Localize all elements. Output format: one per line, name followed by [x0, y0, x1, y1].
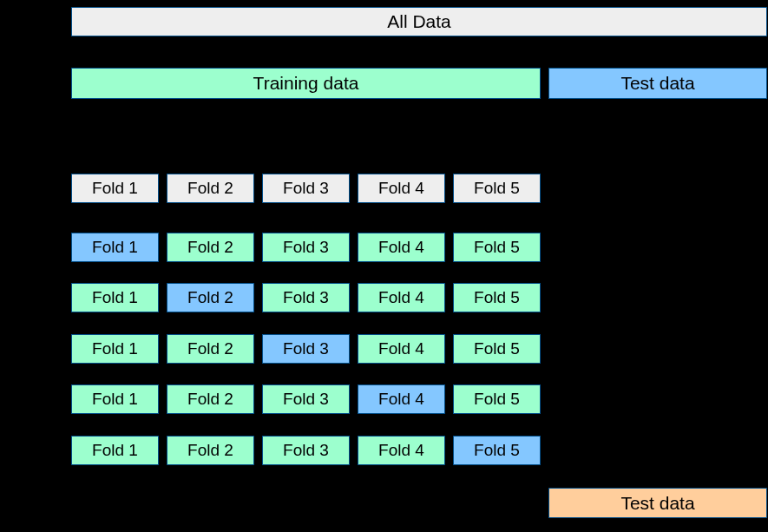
split-row: Fold 1 Fold 2 Fold 3 Fold 4 Fold 5	[71, 233, 541, 262]
fold-cell-train: Fold 3	[262, 384, 350, 414]
fold-header-cell: Fold 5	[453, 174, 541, 203]
fold-cell-train: Fold 3	[262, 233, 350, 262]
split-row: Fold 1 Fold 2 Fold 3 Fold 4 Fold 5	[71, 384, 541, 414]
fold-cell-train: Fold 2	[167, 233, 254, 262]
fold-cell-train: Fold 1	[71, 436, 159, 465]
split-row: Fold 1 Fold 2 Fold 3 Fold 4 Fold 5	[71, 334, 541, 364]
fold-header-cell: Fold 3	[262, 174, 350, 203]
fold-header-cell: Fold 2	[167, 174, 254, 203]
fold-cell-train: Fold 5	[453, 283, 541, 312]
fold-cell-train: Fold 3	[262, 283, 350, 312]
fold-cell-validation: Fold 5	[453, 436, 541, 465]
fold-cell-train: Fold 5	[453, 233, 541, 262]
fold-cell-validation: Fold 2	[167, 283, 254, 312]
fold-cell-train: Fold 2	[167, 334, 254, 364]
fold-cell-train: Fold 2	[167, 384, 254, 414]
fold-header-cell: Fold 1	[71, 174, 159, 203]
test-data-box-bottom: Test data	[548, 488, 767, 518]
fold-cell-train: Fold 5	[453, 334, 541, 364]
training-data-box: Training data	[71, 68, 541, 99]
fold-cell-train: Fold 4	[358, 334, 445, 364]
fold-cell-train: Fold 5	[453, 384, 541, 414]
fold-cell-validation: Fold 3	[262, 334, 350, 364]
fold-cell-train: Fold 1	[71, 384, 159, 414]
fold-cell-validation: Fold 4	[358, 384, 445, 414]
test-data-box-top: Test data	[548, 68, 767, 99]
fold-cell-validation: Fold 1	[71, 233, 159, 262]
fold-header-row: Fold 1 Fold 2 Fold 3 Fold 4 Fold 5	[71, 174, 541, 203]
fold-cell-train: Fold 4	[358, 283, 445, 312]
split-row: Fold 1 Fold 2 Fold 3 Fold 4 Fold 5	[71, 283, 541, 312]
split-row: Fold 1 Fold 2 Fold 3 Fold 4 Fold 5	[71, 436, 541, 465]
fold-cell-train: Fold 1	[71, 283, 159, 312]
fold-cell-train: Fold 4	[358, 233, 445, 262]
fold-header-cell: Fold 4	[358, 174, 445, 203]
fold-cell-train: Fold 1	[71, 334, 159, 364]
fold-cell-train: Fold 4	[358, 436, 445, 465]
fold-cell-train: Fold 2	[167, 436, 254, 465]
fold-cell-train: Fold 3	[262, 436, 350, 465]
all-data-box: All Data	[71, 7, 767, 36]
